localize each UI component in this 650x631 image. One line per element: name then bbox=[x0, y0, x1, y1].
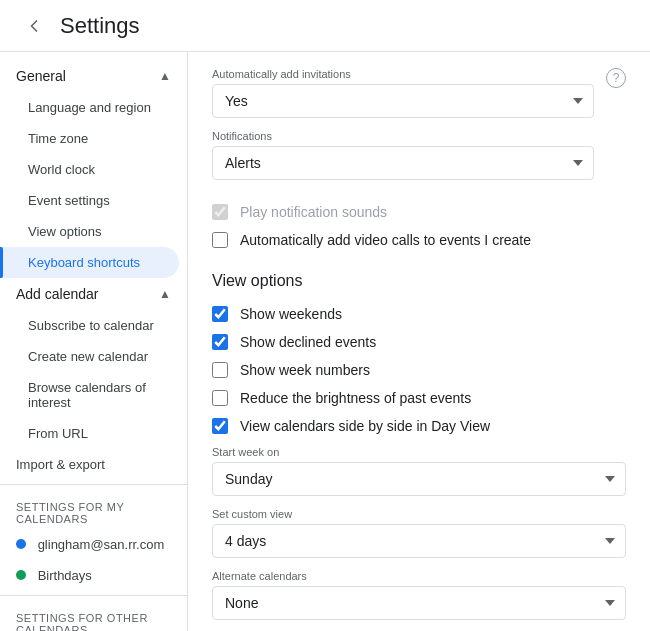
chevron-up-icon-2: ▲ bbox=[159, 287, 171, 301]
alternate-cal-select[interactable]: None bbox=[212, 586, 626, 620]
sidebar-general-label: General bbox=[16, 68, 66, 84]
sidebar-item-subscribe[interactable]: Subscribe to calendar bbox=[0, 310, 179, 341]
sidebar-divider-1 bbox=[0, 484, 187, 485]
sidebar-item-createnew[interactable]: Create new calendar bbox=[0, 341, 179, 372]
alternate-cal-group: Alternate calendars None bbox=[212, 570, 626, 620]
custom-view-select[interactable]: 4 days bbox=[212, 524, 626, 558]
reduce-brightness-checkbox[interactable] bbox=[212, 390, 228, 406]
custom-view-group: Set custom view 4 days bbox=[212, 508, 626, 558]
calendar-dot-green bbox=[16, 570, 26, 580]
side-by-side-row: View calendars side by side in Day View bbox=[212, 418, 626, 434]
content-area: Automatically add invitations Yes Notifi… bbox=[188, 52, 650, 631]
side-by-side-checkbox[interactable] bbox=[212, 418, 228, 434]
notifications-group: Notifications Alerts bbox=[212, 130, 594, 180]
sidebar-item-viewoptions[interactable]: View options bbox=[0, 216, 179, 247]
show-declined-row: Show declined events bbox=[212, 334, 626, 350]
view-options-title: View options bbox=[212, 272, 626, 290]
back-button[interactable] bbox=[16, 8, 52, 44]
play-sounds-checkbox bbox=[212, 204, 228, 220]
sidebar-divider-2 bbox=[0, 595, 187, 596]
sidebar-section-addcalendar[interactable]: Add calendar ▲ bbox=[0, 278, 187, 310]
view-options-section: View options Show weekends Show declined… bbox=[212, 272, 626, 620]
notifications-label: Notifications bbox=[212, 130, 594, 142]
show-weekends-checkbox[interactable] bbox=[212, 306, 228, 322]
sidebar-item-browse[interactable]: Browse calendars of interest bbox=[0, 372, 179, 418]
top-controls: Automatically add invitations Yes Notifi… bbox=[212, 68, 626, 192]
sidebar-other-calendars-label: Settings for other calendars bbox=[0, 600, 187, 631]
start-week-label: Start week on bbox=[212, 446, 626, 458]
custom-view-label: Set custom view bbox=[212, 508, 626, 520]
sidebar-item-fromurl[interactable]: From URL bbox=[0, 418, 179, 449]
auto-add-group: Automatically add invitations Yes bbox=[212, 68, 594, 118]
sidebar-item-mycal-0[interactable]: glingham@san.rr.com bbox=[0, 529, 187, 560]
show-weekends-row: Show weekends bbox=[212, 306, 626, 322]
notifications-select[interactable]: Alerts bbox=[212, 146, 594, 180]
calendar-dot-blue bbox=[16, 539, 26, 549]
sidebar-my-calendars-label: Settings for my calendars bbox=[0, 489, 187, 529]
start-week-group: Start week on Sunday bbox=[212, 446, 626, 496]
sidebar-item-timezone[interactable]: Time zone bbox=[0, 123, 179, 154]
play-sounds-label: Play notification sounds bbox=[240, 204, 387, 220]
sidebar: General ▲ Language and region Time zone … bbox=[0, 52, 188, 631]
reduce-brightness-label: Reduce the brightness of past events bbox=[240, 390, 471, 406]
alternate-cal-label: Alternate calendars bbox=[212, 570, 626, 582]
show-declined-label: Show declined events bbox=[240, 334, 376, 350]
sidebar-addcalendar-label: Add calendar bbox=[16, 286, 99, 302]
video-calls-checkbox[interactable] bbox=[212, 232, 228, 248]
video-calls-label: Automatically add video calls to events … bbox=[240, 232, 531, 248]
side-by-side-label: View calendars side by side in Day View bbox=[240, 418, 490, 434]
sidebar-section-general[interactable]: General ▲ bbox=[0, 60, 187, 92]
sidebar-item-eventsettings[interactable]: Event settings bbox=[0, 185, 179, 216]
chevron-up-icon: ▲ bbox=[159, 69, 171, 83]
top-dropdowns: Automatically add invitations Yes Notifi… bbox=[212, 68, 594, 192]
show-week-numbers-label: Show week numbers bbox=[240, 362, 370, 378]
show-week-numbers-checkbox[interactable] bbox=[212, 362, 228, 378]
reduce-brightness-row: Reduce the brightness of past events bbox=[212, 390, 626, 406]
sidebar-item-keyboardshortcuts[interactable]: Keyboard shortcuts bbox=[0, 247, 179, 278]
sidebar-item-importexport[interactable]: Import & export bbox=[0, 449, 187, 480]
sidebar-item-worldclock[interactable]: World clock bbox=[0, 154, 179, 185]
play-sounds-row: Play notification sounds bbox=[212, 204, 626, 220]
help-icon[interactable]: ? bbox=[606, 68, 626, 88]
page-title: Settings bbox=[60, 13, 140, 39]
main-layout: General ▲ Language and region Time zone … bbox=[0, 52, 650, 631]
start-week-select[interactable]: Sunday bbox=[212, 462, 626, 496]
auto-add-label: Automatically add invitations bbox=[212, 68, 594, 80]
sidebar-item-language[interactable]: Language and region bbox=[0, 92, 179, 123]
sidebar-item-mycal-1[interactable]: Birthdays bbox=[0, 560, 187, 591]
video-calls-row: Automatically add video calls to events … bbox=[212, 232, 626, 248]
top-bar: Settings bbox=[0, 0, 650, 52]
show-weekends-label: Show weekends bbox=[240, 306, 342, 322]
show-week-numbers-row: Show week numbers bbox=[212, 362, 626, 378]
auto-add-select[interactable]: Yes bbox=[212, 84, 594, 118]
show-declined-checkbox[interactable] bbox=[212, 334, 228, 350]
